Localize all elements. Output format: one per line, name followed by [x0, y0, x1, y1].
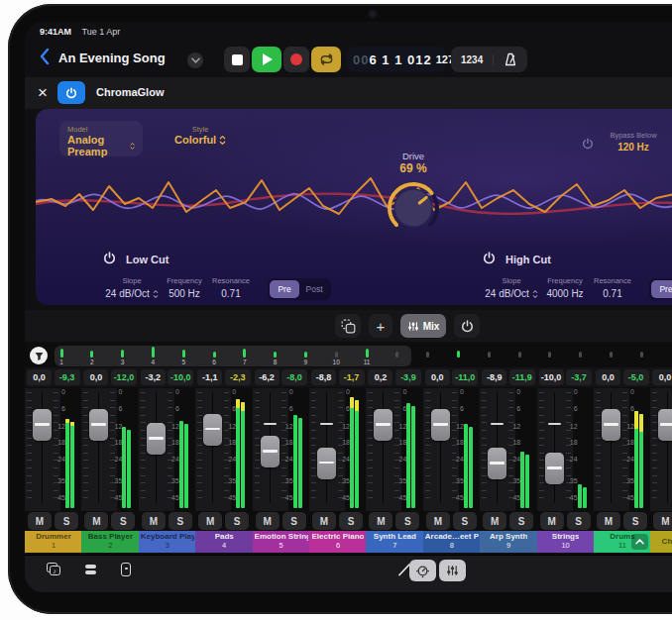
track-name-plate[interactable]: Bass Player2	[81, 531, 139, 553]
controls-view-button[interactable]	[409, 560, 436, 581]
low-cut-frequency[interactable]: Frequency 500 Hz	[161, 276, 208, 299]
mute-button[interactable]: M	[653, 512, 672, 530]
song-title[interactable]: An Evening Song	[58, 51, 166, 65]
overview-channel-slot[interactable]: 9	[299, 346, 311, 365]
high-cut-slope[interactable]: Slope 24 dB/Oct	[483, 276, 540, 299]
fader-handle[interactable]	[261, 436, 280, 467]
browser-button[interactable]: ♪	[45, 561, 62, 578]
pre-button[interactable]: Pre	[651, 280, 672, 298]
fader-handle[interactable]	[147, 423, 166, 455]
fader-handle[interactable]	[317, 448, 336, 479]
mixer-view-button[interactable]	[439, 560, 466, 581]
mute-button[interactable]: M	[369, 512, 392, 530]
cycle-button[interactable]	[311, 47, 341, 72]
fader-handle[interactable]	[33, 409, 52, 441]
fader-handle[interactable]	[203, 414, 222, 446]
track-name-plate[interactable]: Chorus V	[650, 531, 672, 553]
solo-button[interactable]: S	[282, 512, 306, 530]
high-cut-power-button[interactable]	[483, 252, 496, 266]
post-button[interactable]: Post	[299, 280, 329, 298]
mute-button[interactable]: M	[483, 512, 506, 530]
overview-channel-slot[interactable]	[422, 346, 434, 359]
record-button[interactable]	[283, 47, 309, 72]
track-name-plate[interactable]: Keyboard Player3	[139, 531, 196, 553]
solo-button[interactable]: S	[395, 512, 419, 530]
bypass-power-button[interactable]	[582, 136, 594, 154]
track-name-plate[interactable]: Electric Piano6	[309, 531, 367, 553]
overview-channel-slot[interactable]: 10	[330, 346, 342, 365]
overview-channel-slot[interactable]	[392, 346, 403, 359]
metronome-button[interactable]	[494, 52, 527, 66]
mute-button[interactable]: M	[312, 512, 336, 530]
solo-button[interactable]: S	[111, 512, 135, 530]
solo-button[interactable]: S	[509, 512, 533, 530]
track-name-plate[interactable]: Synth Lead7	[366, 531, 423, 553]
solo-button[interactable]: S	[168, 512, 192, 530]
fader-handle[interactable]	[602, 409, 620, 441]
track-name-plate[interactable]: Arp Synth9	[480, 531, 537, 553]
overview-channel-slot[interactable]: 11	[361, 346, 373, 365]
solo-button[interactable]: S	[55, 512, 78, 530]
stop-button[interactable]	[224, 47, 250, 72]
mute-button[interactable]: M	[597, 512, 620, 530]
overview-channel-slot[interactable]	[513, 346, 525, 359]
mute-button[interactable]: M	[198, 512, 222, 530]
pre-button[interactable]: Pre	[270, 280, 299, 298]
back-button[interactable]	[39, 48, 50, 69]
overview-channel-slot[interactable]	[483, 346, 495, 359]
mute-button[interactable]: M	[426, 512, 450, 530]
count-in-button[interactable]: 1234	[451, 54, 494, 65]
solo-button[interactable]: S	[623, 512, 647, 530]
play-button[interactable]	[252, 47, 281, 72]
collapse-stack-button[interactable]	[631, 534, 648, 550]
filter-button[interactable]	[30, 347, 48, 364]
song-menu-button[interactable]	[187, 52, 203, 68]
track-name-plate[interactable]: Arcade…eet Pad8	[423, 531, 481, 553]
overview-channel-slot[interactable]: 1	[56, 346, 67, 365]
overview-channel-slot[interactable]: 8	[270, 346, 281, 365]
plugin-power-button[interactable]	[57, 81, 85, 104]
overview-channel-slot[interactable]: 3	[117, 346, 129, 365]
bypass-readout[interactable]: Bypass Below 120 Hz	[601, 131, 666, 153]
add-track-button[interactable]: +	[369, 314, 392, 338]
channel-power-button[interactable]	[454, 314, 480, 338]
low-cut-resonance[interactable]: Resonance 0.71	[208, 276, 254, 299]
overview-channel-slot[interactable]: 4	[147, 346, 159, 365]
model-selector[interactable]: Model Analog Preamp	[59, 121, 143, 156]
fader-handle[interactable]	[488, 448, 506, 479]
high-cut-frequency[interactable]: Frequency 4000 Hz	[540, 276, 590, 299]
track-name-plate[interactable]: Strings10	[537, 531, 595, 553]
overview-channel-slot[interactable]	[544, 346, 556, 359]
plugins-button[interactable]	[117, 561, 135, 578]
fader-handle[interactable]	[545, 453, 564, 484]
fader-handle[interactable]	[374, 409, 392, 441]
close-plugin-button[interactable]: ×	[38, 79, 48, 107]
overview-channel-slot[interactable]: 7	[239, 346, 251, 365]
fader-handle[interactable]	[658, 409, 672, 441]
mute-button[interactable]: M	[256, 512, 280, 530]
lcd-display[interactable]: 006 1 1 012 127,0 4/4C maj In OutMIDI	[347, 47, 446, 72]
low-cut-slope[interactable]: Slope 24 dB/Oct	[103, 276, 161, 299]
mix-view-button[interactable]: Mix	[400, 314, 446, 338]
fader-handle[interactable]	[89, 409, 108, 441]
loops-button[interactable]	[81, 561, 99, 578]
solo-button[interactable]: S	[339, 512, 363, 530]
mute-button[interactable]: M	[28, 512, 52, 530]
overview-channel-slot[interactable]	[605, 346, 616, 359]
track-name-plate[interactable]: Emotion Strings5	[253, 531, 310, 553]
track-name-plate[interactable]: Drums11	[594, 531, 651, 553]
low-cut-power-button[interactable]	[103, 252, 116, 266]
overview-channel-slot[interactable]: 6	[208, 346, 220, 365]
drive-knob[interactable]	[386, 180, 441, 236]
channel-overview-bar[interactable]: 1234567891011	[25, 346, 672, 366]
solo-button[interactable]: S	[225, 512, 249, 530]
overview-channel-slot[interactable]: 2	[86, 346, 98, 365]
overview-channel-slot[interactable]	[635, 346, 647, 359]
overview-channel-slot[interactable]: 5	[177, 346, 189, 365]
track-name-plate[interactable]: Pads4	[195, 531, 253, 553]
style-selector[interactable]: Style Colorful	[174, 125, 226, 146]
mute-button[interactable]: M	[142, 512, 166, 530]
track-name-plate[interactable]: Drummer1	[25, 531, 82, 553]
overview-channel-slot[interactable]	[452, 346, 464, 359]
overview-channel-slot[interactable]	[575, 346, 587, 359]
